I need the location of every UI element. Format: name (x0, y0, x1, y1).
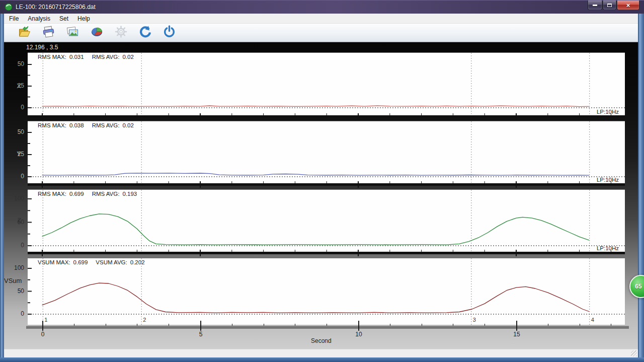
time-axis-major-tick (200, 321, 201, 331)
open-file-button[interactable] (16, 25, 32, 40)
menubar: FileAnalysisSetHelp (4, 14, 638, 24)
time-axis-minor-tick (295, 324, 295, 326)
y-ytick-50: 50 (4, 128, 24, 135)
window-border-left (0, 14, 4, 362)
z-ytick-0: 0 (4, 242, 24, 249)
x-ytick-0: 0 (4, 104, 24, 111)
maximize-icon (607, 4, 612, 7)
window-controls: × (587, 1, 639, 10)
window-border-bottom (0, 357, 644, 362)
cursor-coordinate-readout: 12.196 , 3.5 (26, 44, 58, 51)
gear-icon (114, 25, 128, 40)
z-rms-stats: RMS MAX:0.699RMS AVG:0.193 (38, 191, 137, 197)
avg-value: 0.193 (122, 191, 137, 197)
y-waveform-plot (28, 121, 625, 184)
time-axis-label-0: 0 (35, 331, 50, 338)
close-button[interactable]: × (617, 1, 639, 10)
avg-value: 0.02 (122, 54, 133, 60)
time-axis-minor-tick (327, 324, 327, 326)
refresh-icon (138, 25, 152, 40)
panel-y[interactable]: RMS MAX:0.038RMS AVG:0.02LP:10Hz (28, 121, 625, 183)
menu-item-help[interactable]: Help (73, 14, 94, 23)
overlay-badge-text: 65 (635, 283, 641, 290)
max-label: RMS MAX: (38, 122, 66, 128)
panel-axis-bar-x (28, 115, 625, 118)
close-icon: × (626, 2, 630, 9)
app-logo-icon (5, 3, 13, 11)
menu-item-file[interactable]: File (5, 14, 23, 23)
max-value: 0.038 (69, 122, 84, 128)
time-axis-minor-tick (548, 324, 548, 326)
time-axis-minor-tick (106, 324, 106, 326)
export-image-button[interactable] (64, 25, 80, 40)
vsum-ytick-100: 100 (4, 264, 24, 271)
z-ytick-100: 100 (4, 195, 24, 202)
y-ytick-0: 0 (4, 173, 24, 180)
time-axis-label-10: 10 (351, 331, 366, 338)
print-button[interactable] (40, 25, 56, 40)
time-axis-minor-tick (137, 324, 137, 326)
max-value: 0.699 (73, 259, 88, 265)
time-axis-minor-tick (232, 324, 232, 326)
x-ytick-25: 25 (4, 82, 24, 89)
vsum-ytick-0: 0 (4, 310, 24, 317)
open-folder-icon (18, 25, 31, 40)
max-value: 0.699 (69, 191, 84, 197)
avg-label: RMS AVG: (92, 191, 120, 197)
refresh-button[interactable] (137, 25, 153, 40)
time-axis-minor-tick (74, 324, 74, 326)
panel-axis-bar-z (28, 252, 625, 254)
time-axis-bar (26, 326, 629, 329)
time-axis-label-15: 15 (509, 331, 524, 338)
vsum-rms-stats: VSUM MAX:0.699VSUM AVG:0.202 (38, 259, 145, 265)
panel-vsum[interactable]: VSUM MAX:0.699VSUM AVG:0.2021234 (28, 258, 625, 325)
image-icon (66, 25, 79, 40)
time-axis-minor-tick (453, 324, 453, 326)
maximize-button[interactable] (603, 1, 616, 10)
time-axis-minor-tick (390, 324, 390, 326)
minimize-icon (593, 5, 597, 6)
menu-item-set[interactable]: Set (55, 14, 72, 23)
settings-button[interactable] (113, 25, 129, 40)
app-window: LE-100: 20160717225806.dat × FileAnalysi… (0, 0, 644, 362)
time-axis-minor-tick (580, 324, 580, 326)
statusbar (4, 349, 638, 357)
panel-x[interactable]: RMS MAX:0.031RMS AVG:0.02LP:10Hz (28, 52, 625, 115)
vsum-ytick-50: 50 (4, 287, 24, 295)
y-ytick-25: 25 (4, 151, 24, 158)
pie-chart-icon (90, 25, 104, 40)
toolbar (4, 24, 638, 42)
time-axis-minor-tick (422, 324, 422, 326)
minimize-button[interactable] (588, 1, 602, 10)
waveform-chart-area[interactable]: 12.196 , 3.5 RMS MAX:0.031RMS AVG:0.02LP… (4, 42, 638, 349)
avg-value: 0.202 (130, 259, 145, 265)
time-axis-minor-tick (485, 324, 485, 326)
chart-report-button[interactable] (89, 25, 105, 40)
y-rms-stats: RMS MAX:0.038RMS AVG:0.02 (38, 122, 134, 128)
max-label: RMS MAX: (38, 191, 66, 197)
window-border-right (638, 14, 644, 362)
time-axis-minor-tick (264, 324, 264, 326)
panel-axis-bar-y (28, 183, 625, 186)
event-marker-2: 2 (143, 317, 146, 323)
time-axis-minor-tick (169, 324, 169, 326)
x-ytick-50: 50 (4, 60, 24, 67)
resize-grip[interactable] (631, 350, 637, 356)
max-label: RMS MAX: (38, 54, 66, 60)
event-marker-3: 3 (473, 317, 476, 323)
x-axis-title: Second (311, 337, 332, 344)
vsum-waveform-plot (28, 258, 625, 325)
avg-value: 0.02 (122, 122, 133, 128)
z-ytick-50: 50 (4, 219, 24, 226)
avg-label: RMS AVG: (92, 122, 120, 128)
menu-item-analysis[interactable]: Analysis (24, 14, 54, 23)
panel-z[interactable]: RMS MAX:0.699RMS AVG:0.193LP:10Hz (28, 189, 625, 252)
time-axis-label-5: 5 (193, 331, 208, 338)
window-title: LE-100: 20160717225806.dat (16, 4, 96, 11)
avg-label: VSUM AVG: (96, 259, 127, 265)
power-icon (163, 25, 176, 40)
channel-label-vsum: VSum (4, 277, 21, 284)
x-waveform-plot (28, 53, 625, 116)
time-axis-major-tick (358, 321, 359, 331)
power-button[interactable] (161, 25, 177, 40)
